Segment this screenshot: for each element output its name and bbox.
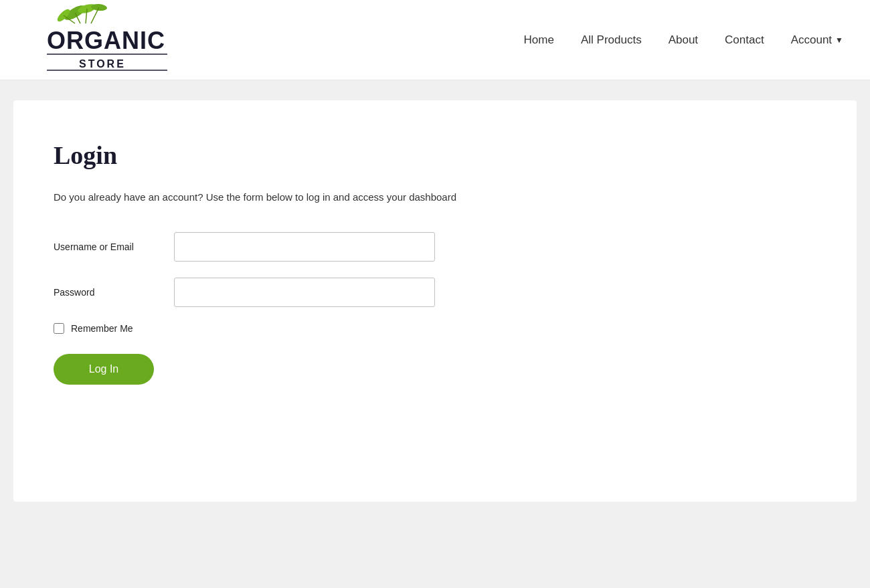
chevron-down-icon: ▼ [835,35,843,45]
remember-me-checkbox[interactable] [54,323,64,334]
nav-account-label: Account [791,33,832,47]
password-label: Password [54,287,174,298]
username-row: Username or Email [54,232,816,262]
header: ORGANIC STORE Home All Products About Co… [0,0,870,80]
login-form: Username or Email Password Remember Me L… [54,232,816,385]
login-title: Login [54,140,816,170]
logo[interactable]: ORGANIC STORE [27,3,174,77]
nav-account[interactable]: Account ▼ [791,33,843,47]
nav-about[interactable]: About [669,33,698,47]
nav-all-products[interactable]: All Products [581,33,642,47]
password-input[interactable] [174,278,435,307]
logo-store-text: STORE [79,58,126,70]
nav-contact[interactable]: Contact [725,33,764,47]
logo-svg: ORGANIC STORE [27,3,174,77]
logo-organic-text: ORGANIC [47,27,165,54]
main-background: Login Do you already have an account? Us… [0,80,870,588]
login-card: Login Do you already have an account? Us… [13,100,857,502]
login-button[interactable]: Log In [54,354,154,385]
login-subtitle: Do you already have an account? Use the … [54,190,816,205]
remember-me-row: Remember Me [54,323,816,334]
username-label: Username or Email [54,241,174,252]
username-input[interactable] [174,232,435,262]
leaf-decoration [56,3,107,23]
main-nav: Home All Products About Contact Account … [524,33,843,47]
password-row: Password [54,278,816,307]
nav-home[interactable]: Home [524,33,554,47]
remember-me-label[interactable]: Remember Me [71,323,133,334]
